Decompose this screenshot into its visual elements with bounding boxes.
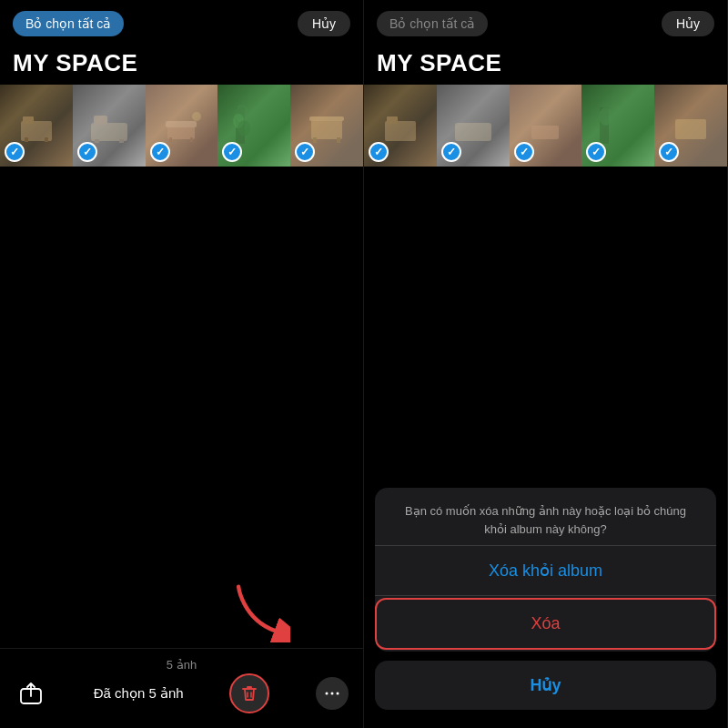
top-bar-right: Bỏ chọn tất cả Hủy xyxy=(364,0,727,46)
action-sheet: Bạn có muốn xóa những ảnh này hoặc loại … xyxy=(375,488,716,652)
action-sheet-cancel: Hủy xyxy=(375,661,716,710)
svg-rect-11 xyxy=(190,137,193,142)
check-circle-2 xyxy=(77,142,97,162)
photo-thumb-1[interactable] xyxy=(0,85,73,167)
svg-rect-7 xyxy=(119,139,124,143)
svg-rect-8 xyxy=(167,126,195,139)
cancel-button-right[interactable]: Hủy xyxy=(662,11,714,36)
delete-confirm-wrapper: Xóa xyxy=(375,598,716,650)
more-button[interactable] xyxy=(316,677,349,710)
remove-from-album-button[interactable]: Xóa khỏi album xyxy=(375,546,716,595)
photo-strip-right xyxy=(364,85,727,167)
photo-thumb-4[interactable] xyxy=(217,85,290,167)
cancel-action-button[interactable]: Hủy xyxy=(375,661,716,710)
count-label: 5 ảnh xyxy=(15,658,349,672)
action-sheet-overlay: Bạn có muốn xóa những ảnh này hoặc loại … xyxy=(364,488,727,728)
svg-rect-2 xyxy=(25,137,28,142)
check-circle-r1 xyxy=(369,142,389,162)
svg-point-23 xyxy=(326,693,329,695)
photo-thumb-r5[interactable] xyxy=(654,85,727,167)
svg-point-24 xyxy=(331,693,334,695)
check-circle-1 xyxy=(5,142,25,162)
panel-left: Bỏ chọn tất cả Hủy MY SPACE xyxy=(0,0,364,728)
svg-rect-18 xyxy=(309,116,344,121)
svg-rect-32 xyxy=(675,119,706,139)
album-title-left: MY SPACE xyxy=(0,46,363,85)
svg-rect-29 xyxy=(531,126,559,139)
svg-rect-20 xyxy=(337,137,340,143)
action-sheet-message: Bạn có muốn xóa những ảnh này hoặc loại … xyxy=(375,488,716,545)
main-content-left xyxy=(0,167,363,648)
svg-rect-1 xyxy=(23,116,34,124)
photo-thumb-r3[interactable] xyxy=(510,85,582,167)
cancel-button-left[interactable]: Hủy xyxy=(298,11,350,36)
photo-thumb-3[interactable] xyxy=(146,85,218,167)
svg-point-12 xyxy=(192,112,201,121)
delete-button[interactable] xyxy=(229,673,269,713)
check-circle-r2 xyxy=(441,142,461,162)
check-circle-r3 xyxy=(514,142,534,162)
svg-rect-6 xyxy=(95,139,99,143)
panel-right: Bỏ chọn tất cả Hủy MY SPACE xyxy=(364,0,728,728)
photo-thumb-r2[interactable] xyxy=(437,85,510,167)
svg-rect-4 xyxy=(91,123,127,141)
svg-rect-26 xyxy=(385,121,416,141)
photo-strip-left xyxy=(0,85,363,167)
svg-rect-19 xyxy=(313,137,317,143)
photo-thumb-2[interactable] xyxy=(73,85,146,167)
svg-point-16 xyxy=(238,120,250,136)
svg-rect-5 xyxy=(94,116,107,125)
svg-rect-28 xyxy=(455,123,491,141)
svg-point-31 xyxy=(599,107,613,126)
bottom-bar-left: 5 ảnh Đã chọn 5 ảnh xyxy=(0,648,363,728)
svg-rect-3 xyxy=(45,137,48,142)
divider-2 xyxy=(375,595,716,596)
photo-thumb-r4[interactable] xyxy=(581,85,654,167)
photo-thumb-r1[interactable] xyxy=(364,85,437,167)
selected-count-label: Đã chọn 5 ảnh xyxy=(94,685,184,702)
check-circle-3 xyxy=(150,142,170,162)
top-bar-left: Bỏ chọn tất cả Hủy xyxy=(0,0,363,46)
delete-button-confirm[interactable]: Xóa xyxy=(377,600,714,648)
deselect-all-button-left[interactable]: Bỏ chọn tất cả xyxy=(13,11,124,36)
svg-rect-27 xyxy=(387,116,398,124)
album-title-right: MY SPACE xyxy=(364,46,727,85)
share-button[interactable] xyxy=(15,677,47,710)
bottom-actions: Đã chọn 5 ảnh xyxy=(15,673,349,713)
photo-thumb-5[interactable] xyxy=(290,85,363,167)
deselect-all-button-right[interactable]: Bỏ chọn tất cả xyxy=(377,11,488,36)
svg-point-25 xyxy=(337,693,339,695)
svg-rect-10 xyxy=(169,137,172,142)
svg-rect-9 xyxy=(166,121,197,127)
svg-rect-17 xyxy=(311,119,342,139)
